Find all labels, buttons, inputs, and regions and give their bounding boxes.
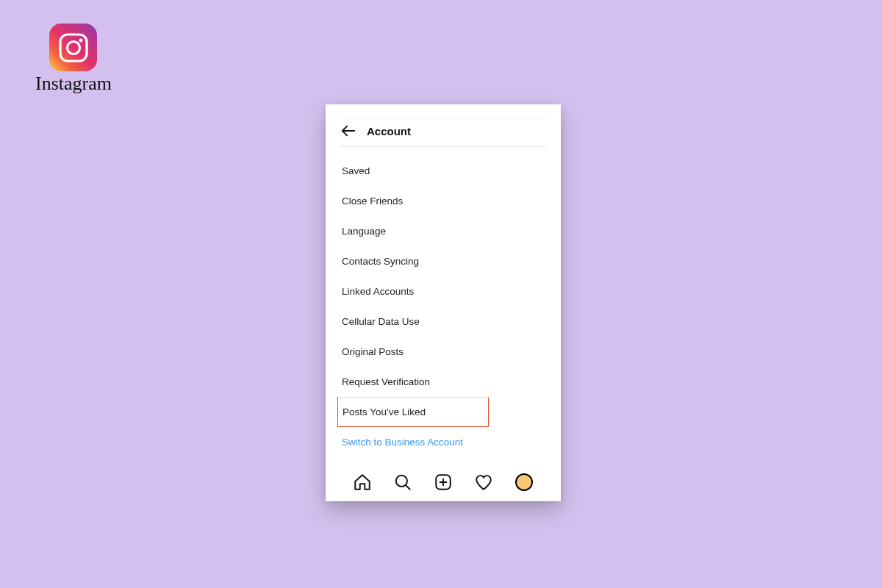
back-arrow-icon[interactable]	[340, 123, 356, 139]
search-icon	[393, 473, 412, 492]
nav-add[interactable]	[433, 472, 453, 492]
instagram-wordmark: Instagram	[35, 73, 112, 95]
header-bar: Account	[339, 118, 548, 147]
svg-rect-0	[60, 35, 87, 61]
menu-item-posts-youve-liked[interactable]: Posts You've Liked	[337, 397, 489, 427]
menu-item-language[interactable]: Language	[339, 216, 548, 246]
svg-point-2	[79, 38, 83, 42]
svg-line-5	[406, 485, 409, 489]
settings-list: Saved Close Friends Language Contacts Sy…	[339, 147, 548, 457]
header-title: Account	[367, 125, 411, 137]
account-settings-screen: Account Saved Close Friends Language Con…	[326, 104, 561, 501]
heart-icon	[474, 473, 493, 492]
menu-item-original-posts[interactable]: Original Posts	[339, 337, 548, 367]
nav-profile[interactable]	[514, 472, 534, 492]
menu-item-request-verification[interactable]: Request Verification	[339, 367, 548, 397]
nav-home[interactable]	[352, 472, 373, 492]
profile-avatar-icon	[515, 473, 533, 491]
instagram-app-icon	[49, 24, 97, 71]
home-icon	[353, 473, 372, 492]
brand-logo: Instagram	[35, 24, 112, 95]
menu-item-close-friends[interactable]: Close Friends	[339, 186, 548, 216]
menu-item-switch-business[interactable]: Switch to Business Account	[339, 427, 548, 457]
nav-activity[interactable]	[473, 472, 494, 492]
camera-glyph-icon	[57, 32, 90, 64]
svg-point-1	[67, 41, 79, 54]
add-post-icon	[434, 473, 453, 492]
menu-item-cellular-data-use[interactable]: Cellular Data Use	[339, 306, 548, 337]
nav-search[interactable]	[392, 472, 413, 492]
menu-item-linked-accounts[interactable]: Linked Accounts	[339, 276, 548, 306]
menu-item-saved[interactable]: Saved	[339, 156, 548, 186]
menu-item-contacts-syncing[interactable]: Contacts Syncing	[339, 246, 548, 276]
bottom-nav	[339, 467, 548, 494]
